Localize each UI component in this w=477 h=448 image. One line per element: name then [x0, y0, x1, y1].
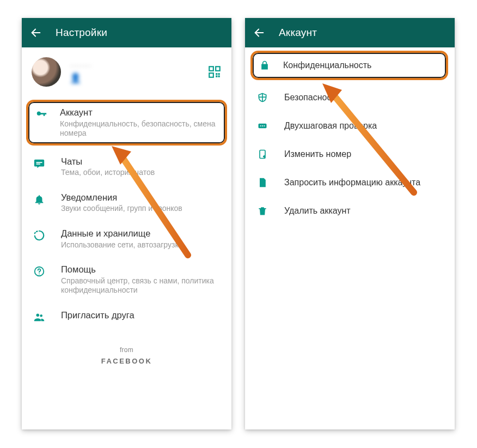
chat-icon	[33, 157, 46, 170]
item-label: Чаты	[61, 156, 221, 167]
profile-name-area: ········ 👤	[70, 60, 199, 84]
help-icon	[33, 265, 46, 278]
settings-item-invite[interactable]: Пригласить друга	[22, 302, 231, 331]
account-item-privacy[interactable]: Конфиденциальность	[250, 51, 448, 80]
settings-item-chats[interactable]: Чаты Тема, обои, история чатов	[22, 149, 231, 185]
account-item-security[interactable]: Безопасность	[245, 83, 455, 112]
data-usage-icon	[33, 229, 46, 242]
settings-item-account[interactable]: Аккаунт Конфиденциальность, безопасность…	[26, 100, 227, 146]
profile-name: ········	[70, 60, 199, 71]
svg-point-9	[39, 274, 40, 275]
item-label: Помощь	[61, 264, 221, 275]
pin-icon	[256, 119, 269, 132]
item-label: Изменить номер	[284, 149, 351, 160]
settings-item-notifications[interactable]: Уведомления Звуки сообщений, групп и зво…	[22, 185, 231, 221]
item-label: Данные и хранилище	[61, 228, 221, 239]
appbar-title: Аккаунт	[279, 27, 317, 39]
account-item-request-info[interactable]: Запросить информацию аккаунта	[245, 168, 455, 197]
phone-settings: Настройки ········ 👤 Аккаунт	[22, 18, 231, 429]
settings-item-help[interactable]: Помощь Справочный центр, связь с нами, п…	[22, 257, 231, 302]
document-icon	[256, 176, 269, 189]
footer-brand: FACEBOOK	[22, 357, 231, 365]
appbar-title: Настройки	[56, 27, 107, 39]
item-desc: Звуки сообщений, групп и звонков	[61, 204, 221, 214]
svg-rect-7	[218, 76, 220, 77]
item-desc: Конфиденциальность, безопасность, смена …	[60, 119, 218, 138]
svg-rect-6	[216, 76, 217, 77]
people-icon	[33, 311, 46, 324]
profile-status: 👤	[70, 72, 199, 84]
account-item-twostep[interactable]: Двухшаговая проверка	[245, 112, 455, 140]
svg-point-11	[40, 314, 42, 317]
svg-rect-3	[209, 73, 213, 77]
item-label: Двухшаговая проверка	[284, 120, 377, 131]
svg-point-16	[262, 125, 263, 126]
item-label: Конфиденциальность	[283, 60, 371, 71]
item-label: Аккаунт	[60, 107, 218, 118]
appbar-account: Аккаунт	[245, 18, 455, 47]
svg-point-10	[36, 313, 40, 317]
account-item-change-number[interactable]: Изменить номер	[245, 140, 455, 168]
key-icon	[35, 108, 48, 121]
svg-rect-4	[216, 73, 217, 75]
shield-icon	[256, 91, 269, 104]
trash-icon	[256, 204, 269, 217]
profile-row[interactable]: ········ 👤	[22, 47, 231, 96]
item-label: Пригласить друга	[61, 310, 221, 321]
svg-rect-5	[218, 73, 220, 75]
back-icon[interactable]	[29, 26, 42, 39]
footer-from: from	[22, 346, 231, 354]
item-label: Уведомления	[61, 192, 221, 203]
svg-point-17	[264, 125, 265, 126]
appbar-settings: Настройки	[22, 18, 231, 47]
item-label: Запросить информацию аккаунта	[284, 177, 420, 188]
item-label: Удалить аккаунт	[284, 205, 351, 216]
bell-icon	[33, 193, 46, 206]
svg-rect-1	[209, 66, 213, 71]
item-desc: Использование сети, автозагрузка	[61, 240, 221, 250]
sim-icon	[256, 148, 269, 161]
item-desc: Справочный центр, связь с нами, политика…	[61, 276, 221, 295]
lock-icon	[258, 59, 271, 72]
phone-account: Аккаунт Конфиденциальность Безопасность …	[245, 18, 455, 429]
avatar	[32, 57, 61, 87]
item-desc: Тема, обои, история чатов	[61, 168, 221, 178]
footer: from FACEBOOK	[22, 346, 231, 365]
account-item-delete[interactable]: Удалить аккаунт	[245, 197, 455, 225]
svg-rect-2	[216, 66, 220, 71]
settings-item-data[interactable]: Данные и хранилище Использование сети, а…	[22, 221, 231, 257]
qr-icon[interactable]	[207, 65, 222, 79]
item-label: Безопасность	[284, 92, 340, 103]
back-icon[interactable]	[253, 26, 266, 39]
svg-point-15	[260, 125, 261, 126]
